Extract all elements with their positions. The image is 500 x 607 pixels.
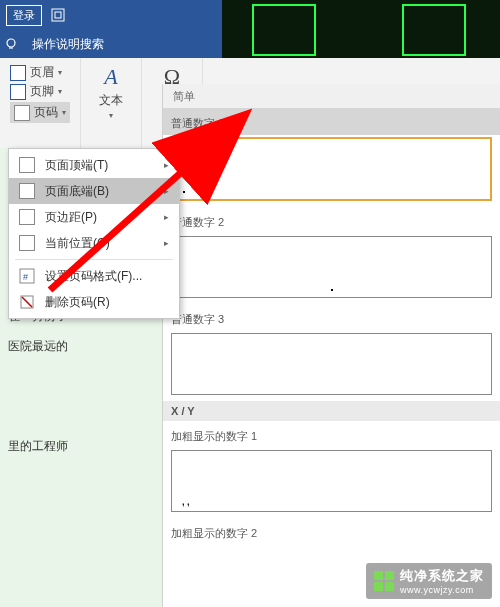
header-icon [10,65,26,81]
header-button[interactable]: 页眉▾ [10,64,70,81]
page-number-button[interactable]: 页码▾ [10,102,70,123]
gallery-item-bold-2[interactable]: 加粗显示的数字 2 [163,518,500,545]
textbox-icon: A [104,64,117,90]
page-number-dropdown: 页面顶端(T)▸ 页面底端(B)▸ 页边距(P)▸ 当前位置(C)▸ # 设置页… [8,148,180,319]
menu-page-top[interactable]: 页面顶端(T)▸ [9,152,179,178]
svg-rect-1 [55,12,61,18]
doc-text: 里的工程师 [0,438,68,455]
chevron-right-icon: ▸ [164,186,169,196]
footer-button[interactable]: 页脚▾ [10,83,70,100]
page-number-gallery: 简单 普通数字 1 普通数字 2 普通数字 3 X / Y 加粗显示的数字 1 … [162,84,500,607]
lightbulb-icon [4,37,18,51]
page-margins-icon [19,209,35,225]
background-image [222,0,500,58]
maximize-ribbon-icon[interactable] [50,7,66,23]
gallery-item-plain-2[interactable]: 普通数字 2 [163,207,500,298]
gallery-thumbnail [171,137,492,201]
svg-rect-0 [52,9,64,21]
menu-current-position[interactable]: 当前位置(C)▸ [9,230,179,256]
page-bottom-icon [19,183,35,199]
watermark-url: www.ycwjzy.com [400,585,484,595]
ribbon-group-header-footer: 页眉▾ 页脚▾ 页码▾ [0,58,81,148]
gallery-item-plain-1[interactable]: 普通数字 1 [163,108,500,201]
ribbon-group-text: A 文本 ▾ [81,58,142,148]
chevron-right-icon: ▸ [164,238,169,248]
menu-remove-page-numbers[interactable]: 删除页码(R) [9,289,179,315]
watermark-logo-icon [374,571,394,591]
remove-icon [19,294,35,310]
gallery-item-bold-1[interactable]: 加粗显示的数字 1 , , [163,421,500,512]
login-button[interactable]: 登录 [6,5,42,26]
watermark: 纯净系统之家 www.ycwjzy.com [366,563,492,599]
gallery-item-plain-3[interactable]: 普通数字 3 [163,304,500,395]
menu-page-bottom[interactable]: 页面底端(B)▸ [9,178,179,204]
current-position-icon [19,235,35,251]
doc-text: 医院最远的 [0,338,68,355]
menu-separator [15,259,173,260]
gallery-thumbnail [171,333,492,395]
chevron-right-icon: ▸ [164,212,169,222]
gallery-thumbnail [171,236,492,298]
watermark-name: 纯净系统之家 [400,568,484,583]
gallery-section-simple: 简单 [163,84,500,108]
page-top-icon [19,157,35,173]
gallery-section-xy: X / Y [163,401,500,421]
svg-point-2 [7,39,15,47]
format-icon: # [19,268,35,284]
chevron-right-icon: ▸ [164,160,169,170]
svg-line-9 [22,297,32,307]
page-number-icon [14,105,30,121]
footer-icon [10,84,26,100]
menu-format-page-numbers[interactable]: # 设置页码格式(F)... [9,263,179,289]
textbox-button[interactable]: A 文本 ▾ [91,64,131,120]
tell-me-search[interactable]: 操作说明搜索 [32,36,104,53]
svg-text:#: # [23,272,28,282]
menu-page-margins[interactable]: 页边距(P)▸ [9,204,179,230]
gallery-thumbnail: , , [171,450,492,512]
